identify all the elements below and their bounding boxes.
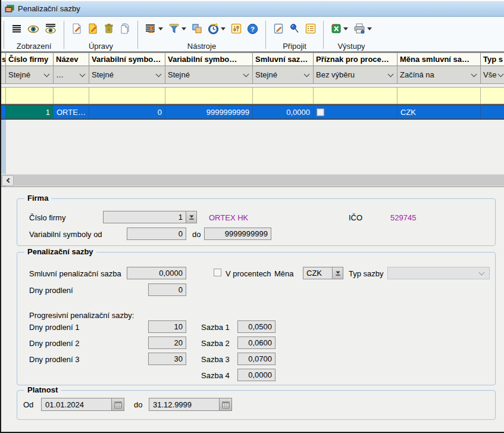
search-cell[interactable] — [253, 88, 314, 104]
dny-prodleni-3-field[interactable]: 30 — [148, 353, 186, 365]
copy-record-icon[interactable] — [120, 23, 130, 34]
col-header-nazev[interactable]: Název — [54, 53, 89, 66]
platnost-od-field[interactable]: 01.01.2024 — [41, 398, 124, 411]
edit-record-icon[interactable] — [87, 23, 98, 34]
filter-nazev[interactable]: … — [54, 66, 89, 83]
col-header-var-symbol-od[interactable]: Variabilní symbo… — [89, 53, 165, 66]
filter-dropdown-arrow[interactable] — [181, 27, 186, 30]
cislo-firmy-field[interactable]: 1 — [103, 211, 186, 223]
new-record-icon[interactable] — [71, 23, 82, 34]
search-cell[interactable] — [314, 88, 397, 104]
print-dropdown-arrow[interactable] — [367, 27, 372, 30]
cell-mena[interactable]: CZK — [397, 105, 481, 119]
col-header-sliver[interactable]: s — [1, 53, 6, 66]
filter-smluvni-sazba[interactable]: Stejné — [253, 66, 314, 83]
mena-field[interactable]: CZK — [303, 267, 333, 279]
history-dropdown-arrow[interactable] — [221, 27, 226, 30]
search-cell[interactable] — [481, 88, 504, 104]
attach-note-icon[interactable] — [273, 23, 284, 34]
firma-nazev-value: ORTEX HK — [209, 213, 248, 222]
grid-header-row: s Číslo firmy Název Variabilní symbo… Va… — [1, 53, 504, 66]
select-columns-dropdown-arrow[interactable] — [158, 27, 163, 30]
groupbox-penalizacni-sazby: Penalizační sazby Smluvní penalizační sa… — [17, 252, 496, 385]
search-cell[interactable] — [165, 88, 253, 104]
select-columns-icon[interactable] — [145, 23, 163, 34]
typ-sazby-dropdown[interactable] — [387, 267, 490, 279]
filter-var-symbol-do[interactable]: Stejné — [165, 66, 253, 83]
filter-var-symbol-od[interactable]: Stejné — [89, 66, 165, 83]
toolbar-group-label: Výstupy — [331, 42, 372, 51]
filter-cislo-firmy[interactable]: Stejné — [6, 66, 54, 83]
v-procentech-checkbox[interactable] — [214, 269, 221, 276]
cell-var-symbol-do[interactable]: 9999999999 — [165, 105, 253, 119]
sazba-2-label: Sazba 2 — [201, 339, 230, 348]
cislo-firmy-picker-button[interactable] — [186, 211, 197, 223]
cell-var-symbol-od[interactable]: 0 — [89, 105, 165, 119]
search-cell[interactable] — [1, 88, 6, 104]
row-sliver-cell[interactable] — [1, 105, 6, 119]
groupbox-platnost-title: Platnost — [24, 385, 61, 394]
cell-smluvni-sazba[interactable]: 0,0000 — [253, 105, 314, 119]
smluvni-sazba-label: Smluvní penalizační sazba — [29, 269, 121, 278]
filter-typ-sazby[interactable]: Vše — [481, 66, 504, 83]
dny-prodleni-1-field[interactable]: 10 — [148, 320, 186, 333]
do-label: do — [192, 230, 201, 239]
print-icon[interactable] — [353, 23, 372, 34]
sazba-1-field[interactable]: 0,0500 — [237, 320, 276, 333]
history-icon[interactable] — [208, 23, 226, 35]
platnost-od-label: Od — [23, 400, 33, 409]
search-cell[interactable] — [54, 88, 89, 104]
eye-icon[interactable] — [27, 23, 39, 34]
search-cell[interactable] — [397, 88, 481, 104]
cell-priznak[interactable] — [314, 105, 397, 119]
mena-picker-button[interactable] — [332, 267, 343, 279]
pin-icon[interactable] — [289, 23, 300, 34]
col-header-smluvni-sazba[interactable]: Smluvní saz… — [253, 53, 314, 66]
scrollbar-thumb[interactable] — [14, 175, 504, 186]
platnost-do-field[interactable]: 31.12.9999 — [149, 398, 232, 411]
cell-nazev[interactable]: ORTE… — [54, 105, 89, 119]
task-list-icon[interactable] — [305, 23, 316, 34]
excel-export-icon[interactable] — [331, 23, 348, 34]
toolbar-separator — [323, 21, 324, 49]
sazba-2-field[interactable]: 0,0600 — [237, 337, 276, 349]
cell-typ-sazby[interactable] — [481, 105, 504, 119]
eye-rows-icon[interactable] — [45, 23, 57, 34]
col-header-cislo-firmy[interactable]: Číslo firmy — [6, 53, 54, 66]
col-header-mena[interactable]: Měna smluvní sa… — [397, 53, 481, 66]
horizontal-scrollbar[interactable] — [1, 174, 504, 186]
sazba-3-label: Sazba 3 — [201, 355, 230, 364]
variabilni-od-field[interactable]: 0 — [127, 228, 186, 240]
selected-record-row[interactable]: 1 ORTE… 0 9999999999 0,0000 CZK — [1, 104, 504, 120]
cell-cislo-firmy[interactable]: 1 — [6, 105, 54, 119]
toolbar-separator — [265, 21, 266, 49]
sazba-1-label: Sazba 1 — [201, 323, 230, 332]
calendar-icon[interactable] — [219, 398, 231, 410]
filter-priznak[interactable]: Bez výběru — [314, 66, 397, 83]
col-header-priznak[interactable]: Příznak pro proce… — [314, 53, 397, 66]
settings-icon[interactable] — [231, 23, 242, 34]
group-icon[interactable] — [192, 23, 202, 34]
filter-sliver — [1, 66, 6, 83]
scroll-left-button[interactable] — [2, 175, 14, 186]
smluvni-sazba-field[interactable]: 0,0000 — [127, 267, 186, 279]
search-cell[interactable] — [6, 88, 54, 104]
excel-dropdown-arrow[interactable] — [343, 27, 348, 30]
delete-record-icon[interactable] — [104, 23, 114, 34]
progresivni-label: Progresivní penalizační sazby: — [29, 311, 134, 320]
search-cell[interactable] — [89, 88, 165, 104]
view-rows-icon[interactable] — [11, 23, 22, 34]
sazba-3-field[interactable]: 0,0700 — [237, 353, 276, 365]
col-header-var-symbol-do[interactable]: Variabilní symbo… — [165, 53, 253, 66]
dny-prodleni-field[interactable]: 0 — [148, 284, 186, 296]
groupbox-platnost: Platnost Od 01.01.2024 do 31.12.9999 — [17, 390, 496, 420]
help-icon[interactable]: ? — [247, 23, 258, 35]
variabilni-do-field[interactable]: 9999999999 — [204, 228, 271, 240]
filter-mena[interactable]: Začíná na — [397, 66, 481, 83]
dny-prodleni-2-field[interactable]: 20 — [148, 337, 186, 349]
filter-icon[interactable] — [168, 23, 186, 34]
priznak-checkbox[interactable] — [317, 108, 324, 116]
calendar-icon[interactable] — [111, 398, 124, 410]
sazba-4-field[interactable]: 0,0000 — [237, 369, 276, 381]
col-header-typ-sazby[interactable]: Typ s — [481, 53, 504, 66]
